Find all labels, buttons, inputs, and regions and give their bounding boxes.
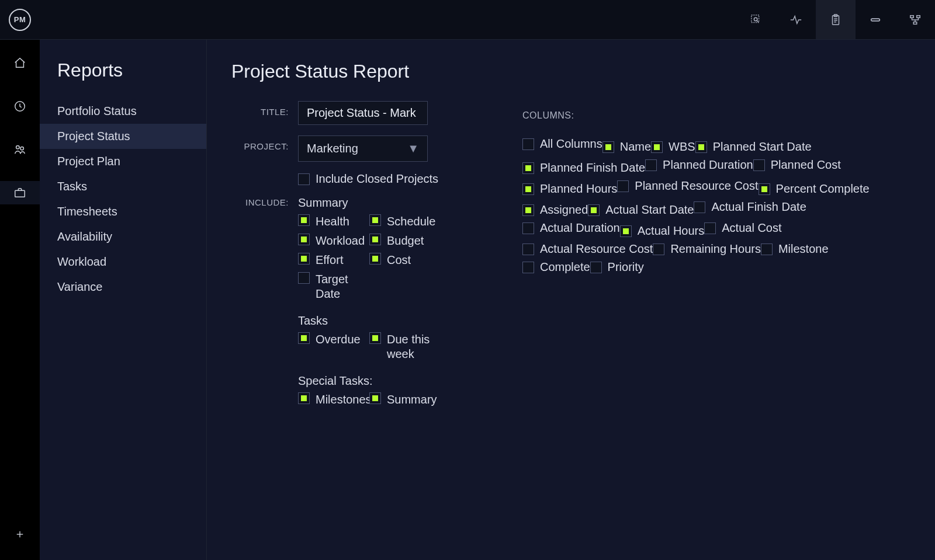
summary-cost-checkbox[interactable]: Cost [369,253,434,267]
columns-list: All ColumnsNameWBSPlanned Start DatePlan… [522,135,899,407]
column-wbs-checkbox[interactable]: WBS [651,138,695,156]
reports-item-timesheets[interactable]: Timesheets [40,199,206,224]
summary-effort-checkbox[interactable]: Effort [298,253,362,267]
column-complete-checkbox[interactable]: Complete [522,258,590,276]
column-name-checkbox[interactable]: Name [602,138,651,156]
rail-briefcase-button[interactable] [0,181,40,204]
column-planned-cost-checkbox[interactable]: Planned Cost [753,156,841,174]
team-icon [13,143,26,156]
rail-add-button[interactable] [0,523,40,546]
reports-item-project-plan[interactable]: Project Plan [40,149,206,174]
tool-tabs [736,0,935,39]
column-actual-start-date-checkbox[interactable]: Actual Start Date [588,201,694,219]
project-label: PROJECT: [231,135,289,151]
tasks-due-this-week-label: Due this week [387,332,434,361]
toolbar-clipboard-button[interactable] [816,0,856,39]
column-actual-finish-date-checkbox[interactable]: Actual Finish Date [694,198,806,216]
reports-item-availability[interactable]: Availability [40,224,206,249]
checkbox-box [694,201,705,213]
main-content: Project Status Report TITLE: PROJECT: Ma… [207,40,935,560]
reports-title: Reports [40,60,206,99]
checkbox-box [369,392,381,404]
summary-schedule-checkbox[interactable]: Schedule [369,214,434,229]
columns-all-label: All Columns [540,137,602,151]
rail-home-button[interactable] [0,51,40,75]
tasks-overdue-checkbox[interactable]: Overdue [298,332,362,347]
column-actual-finish-date-label: Actual Finish Date [711,200,806,214]
column-actual-resource-cost-checkbox[interactable]: Actual Resource Cost [522,240,653,258]
column-percent-complete-checkbox[interactable]: Percent Complete [759,180,870,198]
summary-budget-checkbox[interactable]: Budget [369,234,434,248]
column-planned-finish-date-checkbox[interactable]: Planned Finish Date [522,159,645,177]
activity-icon [789,13,802,26]
toolbar-hierarchy-button[interactable] [895,0,935,39]
checkbox-box [753,159,765,171]
report-title-input[interactable] [298,101,428,125]
project-select[interactable]: Marketing ▼ [298,135,428,162]
checkbox-box [298,392,310,404]
tasks-due-this-week-checkbox[interactable]: Due this week [369,332,434,361]
checkbox-box [522,162,534,174]
special-milestones-checkbox[interactable]: Milestones [298,392,362,407]
reports-item-portfolio-status[interactable]: Portfolio Status [40,99,206,124]
column-remaining-hours-checkbox[interactable]: Remaining Hours [653,240,761,258]
column-actual-hours-checkbox[interactable]: Actual Hours [620,222,705,240]
reports-item-project-status[interactable]: Project Status [40,124,206,149]
svg-point-13 [16,146,19,149]
checkbox-box [617,180,629,192]
include-closed-row: Include Closed Projects [231,172,506,186]
svg-rect-8 [871,19,880,21]
column-planned-duration-label: Planned Duration [663,158,753,172]
column-assigned-checkbox[interactable]: Assigned [522,201,588,219]
column-priority-checkbox[interactable]: Priority [590,258,644,276]
toolbar-activity-button[interactable] [776,0,816,39]
plus-icon [15,529,25,540]
checkbox-box [590,262,602,273]
tasks-overdue-label: Overdue [316,332,361,347]
summary-budget-label: Budget [387,234,424,248]
reports-item-tasks[interactable]: Tasks [40,174,206,199]
checkbox-box [761,244,773,255]
column-planned-duration-checkbox[interactable]: Planned Duration [645,156,753,174]
column-planned-start-date-label: Planned Start Date [713,140,812,154]
column-planned-cost-label: Planned Cost [771,158,841,172]
column-name-label: Name [620,140,651,154]
checkbox-box [298,214,310,226]
checkbox-box [645,159,657,171]
reports-panel: Reports Portfolio StatusProject StatusPr… [40,40,207,560]
special-milestones-label: Milestones [316,392,372,407]
topbar: PM [0,0,935,40]
column-actual-cost-checkbox[interactable]: Actual Cost [704,219,781,237]
toolbar-link-button[interactable] [856,0,895,39]
checkbox-box [653,244,664,255]
summary-health-checkbox[interactable]: Health [298,214,362,229]
column-milestone-checkbox[interactable]: Milestone [761,240,829,258]
reports-item-variance[interactable]: Variance [40,274,206,300]
column-planned-hours-checkbox[interactable]: Planned Hours [522,180,617,198]
toolbar-search-button[interactable] [736,0,776,39]
checkbox-box [651,141,663,153]
rail-clock-button[interactable] [0,95,40,118]
summary-effort-label: Effort [316,253,343,267]
checkbox-box [704,222,716,234]
reports-item-workload[interactable]: Workload [40,249,206,274]
include-closed-label: Include Closed Projects [316,172,438,186]
summary-target-date-checkbox[interactable]: Target Date [298,272,362,301]
special-summary-checkbox[interactable]: Summary [369,392,434,407]
summary-target-date-label: Target Date [316,272,362,301]
checkbox-box [298,173,310,185]
svg-rect-15 [15,190,25,197]
include-closed-checkbox[interactable]: Include Closed Projects [298,172,438,186]
page-title: Project Status Report [231,61,910,82]
column-planned-resource-cost-checkbox[interactable]: Planned Resource Cost [617,177,758,195]
column-actual-duration-checkbox[interactable]: Actual Duration [522,219,620,237]
include-groups: SummaryHealthWorkloadEffortTarget DateSc… [298,196,434,407]
summary-workload-checkbox[interactable]: Workload [298,234,362,248]
column-planned-start-date-checkbox[interactable]: Planned Start Date [695,138,812,156]
column-planned-hours-label: Planned Hours [540,182,617,196]
checkbox-box [602,141,614,153]
special-summary-label: Summary [387,392,437,407]
columns-all-checkbox[interactable]: All Columns [522,135,602,153]
logo[interactable]: PM [0,0,40,40]
rail-team-button[interactable] [0,138,40,161]
